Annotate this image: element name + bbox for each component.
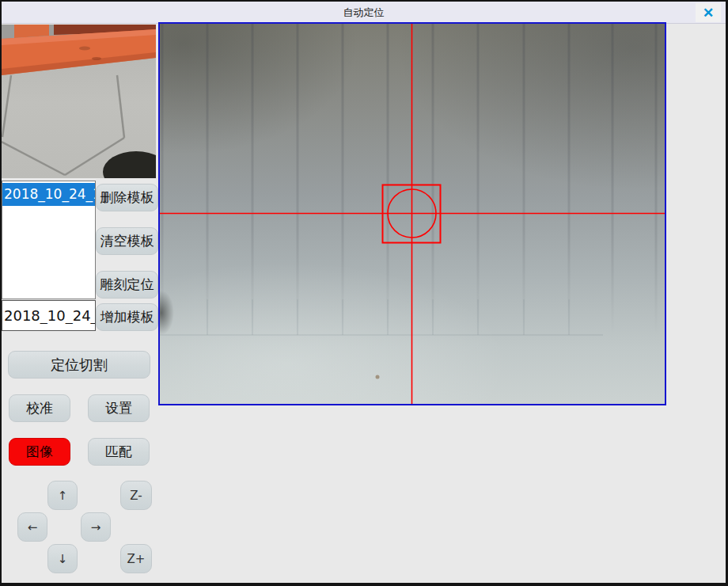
close-button[interactable]: ✕ xyxy=(696,3,721,22)
add-template-button[interactable]: 增加模板 xyxy=(96,303,158,331)
engrave-position-button[interactable]: 雕刻定位 xyxy=(96,271,158,299)
jog-down-button[interactable]: ↓ xyxy=(47,544,78,573)
image-button[interactable]: 图像 xyxy=(9,438,70,466)
jog-left-button[interactable]: ← xyxy=(17,512,47,542)
jog-right-button[interactable]: → xyxy=(81,512,111,542)
z-plus-button[interactable]: Z+ xyxy=(120,544,152,573)
template-name-input[interactable] xyxy=(2,300,96,331)
camera-feed xyxy=(160,24,665,404)
z-minus-button[interactable]: Z- xyxy=(120,481,152,510)
position-cut-button[interactable]: 定位切割 xyxy=(8,351,150,379)
settings-button[interactable]: 设置 xyxy=(88,394,150,422)
ceiling-spot xyxy=(376,375,380,379)
template-list[interactable]: 2018_10_24_11 xyxy=(2,181,96,299)
calibrate-button[interactable]: 校准 xyxy=(9,394,70,422)
jog-up-button[interactable]: ↑ xyxy=(47,481,78,510)
window-title: 自动定位 xyxy=(2,2,726,24)
template-thumbnail-image xyxy=(2,25,156,178)
app-window: 自动定位 ✕ 2018_10_24_11 xyxy=(0,0,728,586)
match-button[interactable]: 匹配 xyxy=(88,438,150,466)
template-list-item[interactable]: 2018_10_24_11 xyxy=(2,183,95,206)
delete-template-button[interactable]: 删除模板 xyxy=(96,184,158,211)
camera-view[interactable] xyxy=(158,22,666,405)
clear-templates-button[interactable]: 清空模板 xyxy=(96,227,158,255)
close-icon: ✕ xyxy=(703,6,714,20)
titlebar: 自动定位 ✕ xyxy=(2,2,726,24)
